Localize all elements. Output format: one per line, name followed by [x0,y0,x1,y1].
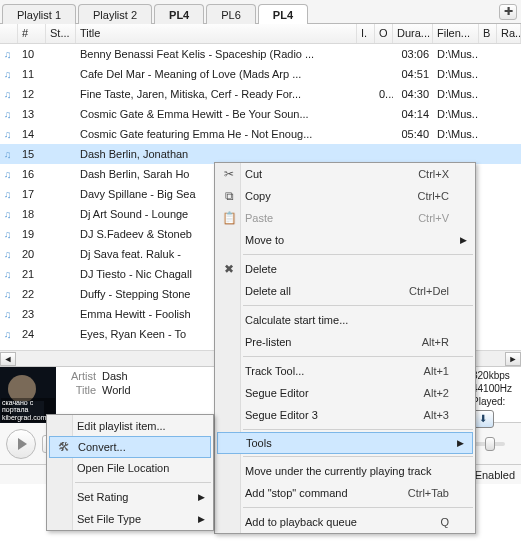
convert--icon: 🛠 [56,440,72,454]
row-title: Fine Taste, Jaren, Mitiska, Cerf - Ready… [76,88,357,100]
menu-item-add-to-playback-queue[interactable]: Add to playback queueQ [215,511,475,533]
row-filename: D:\Mus... [433,128,479,140]
row-o: 0... [375,88,393,100]
col-status[interactable]: St... [46,24,76,43]
col-title[interactable]: Title [76,24,357,43]
table-row[interactable]: ♫14Cosmic Gate featuring Emma He - Not E… [0,124,521,144]
row-num: 18 [18,208,46,220]
row-num: 22 [18,288,46,300]
row-duration: 03:06 [393,48,433,60]
row-num: 17 [18,188,46,200]
col-b[interactable]: B [479,24,497,43]
menu-item-label: Move under the currently playing track [245,465,431,477]
menu-item-move-under-the-currently-playing-track[interactable]: Move under the currently playing track [215,460,475,482]
row-num: 13 [18,108,46,120]
copy-icon: ⧉ [221,189,237,203]
table-row[interactable]: ♫13Cosmic Gate & Emma Hewitt - Be Your S… [0,104,521,124]
col-o[interactable]: O [375,24,393,43]
artist-label: Artist [62,370,96,382]
music-note-icon: ♫ [0,209,18,220]
menu-shortcut: Ctrl+Del [409,285,449,297]
scroll-left-button[interactable]: ◄ [0,352,16,366]
col-filename[interactable]: Filen... [433,24,479,43]
menu-item-label: Segue Editor [245,387,309,399]
col-num[interactable]: # [18,24,46,43]
menu-item-add-stop-command[interactable]: Add "stop" commandCtrl+Tab [215,482,475,504]
table-row[interactable]: ♫15Dash Berlin, Jonathan [0,144,521,164]
tab-pl6[interactable]: PL6 [206,4,256,24]
col-i[interactable]: I. [357,24,375,43]
row-title: Cosmic Gate featuring Emma He - Not Enou… [76,128,357,140]
menu-item-set-rating[interactable]: Set Rating▶ [47,486,213,508]
col-rating[interactable]: Ra... [497,24,521,43]
col-duration[interactable]: Dura... [393,24,433,43]
artist-value: Dash [102,370,128,382]
row-num: 15 [18,148,46,160]
menu-item-copy[interactable]: ⧉CopyCtrl+C [215,185,475,207]
menu-item-label: Pre-listen [245,336,291,348]
menu-item-label: Calculate start time... [245,314,348,326]
row-num: 20 [18,248,46,260]
play-button[interactable] [6,429,36,459]
menu-item-set-file-type[interactable]: Set File Type▶ [47,508,213,530]
row-num: 24 [18,328,46,340]
title-label: Title [62,384,96,396]
menu-item-convert[interactable]: 🛠Convert... [49,436,211,458]
menu-item-label: Move to [245,234,284,246]
menu-item-label: Delete [245,263,277,275]
menu-item-move-to[interactable]: Move to▶ [215,229,475,251]
table-row[interactable]: ♫10Benny Benassi Feat Kelis - Spaceship … [0,44,521,64]
tab-pl4-active[interactable]: PL4 [258,4,308,24]
menu-shortcut: Alt+3 [424,409,449,421]
submenu-arrow-icon: ▶ [198,514,205,524]
play-icon [18,438,27,450]
menu-shortcut: Ctrl+X [418,168,449,180]
row-num: 11 [18,68,46,80]
paste-icon: 📋 [221,211,237,225]
music-note-icon: ♫ [0,169,18,180]
menu-item-track-tool[interactable]: Track Tool...Alt+1 [215,360,475,382]
playlist-tabs: Playlist 1 Playlist 2 PL4 PL6 PL4 ✚ [0,0,521,24]
column-headers[interactable]: # St... Title I. O Dura... Filen... B Ra… [0,24,521,44]
music-note-icon: ♫ [0,149,18,160]
menu-item-label: Add to playback queue [245,516,357,528]
cut-icon: ✂ [221,167,237,181]
menu-shortcut: Ctrl+C [418,190,449,202]
menu-item-delete[interactable]: ✖Delete [215,258,475,280]
row-filename: D:\Mus... [433,88,479,100]
row-filename: D:\Mus... [433,68,479,80]
menu-item-edit-playlist-item[interactable]: Edit playlist item... [47,415,213,437]
row-filename: D:\Mus... [433,48,479,60]
scroll-right-button[interactable]: ► [505,352,521,366]
tab-pl4a[interactable]: PL4 [154,4,204,24]
row-num: 10 [18,48,46,60]
menu-item-pre-listen[interactable]: Pre-listenAlt+R [215,331,475,353]
menu-item-segue-editor-3[interactable]: Segue Editor 3Alt+3 [215,404,475,426]
row-num: 19 [18,228,46,240]
tab-playlist-2[interactable]: Playlist 2 [78,4,152,24]
tools-submenu[interactable]: Edit playlist item...🛠Convert...Open Fil… [46,414,214,531]
slider-thumb[interactable] [485,437,495,451]
menu-item-calculate-start-time[interactable]: Calculate start time... [215,309,475,331]
menu-item-label: Add "stop" command [245,487,348,499]
row-filename: D:\Mus... [433,108,479,120]
menu-item-label: Tools [246,437,272,449]
row-num: 21 [18,268,46,280]
menu-item-open-file-location[interactable]: Open File Location [47,457,213,479]
menu-item-label: Delete all [245,285,291,297]
menu-item-label: Segue Editor 3 [245,409,318,421]
menu-item-label: Edit playlist item... [77,420,166,432]
row-duration: 04:30 [393,88,433,100]
menu-item-delete-all[interactable]: Delete allCtrl+Del [215,280,475,302]
add-tab-button[interactable]: ✚ [499,4,517,20]
table-row[interactable]: ♫11Cafe Del Mar - Meaning of Love (Mads … [0,64,521,84]
menu-item-tools[interactable]: Tools▶ [217,432,473,454]
played-label: Played: [472,395,517,408]
menu-shortcut: Q [440,516,449,528]
context-menu[interactable]: ✂CutCtrl+X⧉CopyCtrl+C📋PasteCtrl+VMove to… [214,162,476,534]
menu-item-segue-editor[interactable]: Segue EditorAlt+2 [215,382,475,404]
menu-item-cut[interactable]: ✂CutCtrl+X [215,163,475,185]
music-note-icon: ♫ [0,49,18,60]
table-row[interactable]: ♫12Fine Taste, Jaren, Mitiska, Cerf - Re… [0,84,521,104]
tab-playlist-1[interactable]: Playlist 1 [2,4,76,24]
